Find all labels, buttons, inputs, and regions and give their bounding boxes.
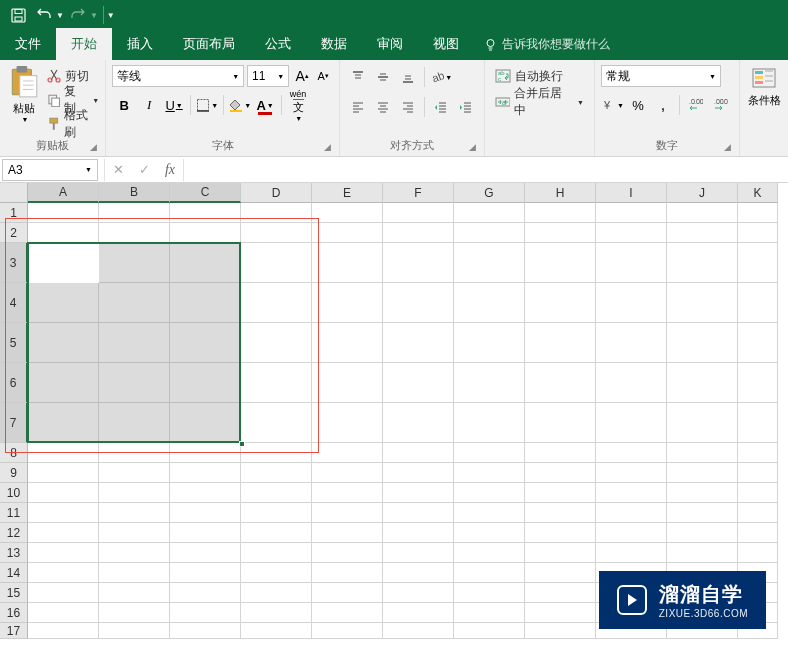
cell[interactable]	[383, 443, 454, 463]
cell[interactable]	[454, 443, 525, 463]
cell[interactable]	[241, 563, 312, 583]
cell[interactable]	[312, 203, 383, 223]
column-header[interactable]: C	[170, 183, 241, 203]
tab-page-layout[interactable]: 页面布局	[168, 28, 250, 60]
cell[interactable]	[28, 403, 99, 443]
cell[interactable]	[383, 623, 454, 639]
cell[interactable]	[383, 543, 454, 563]
cell[interactable]	[383, 203, 454, 223]
name-box[interactable]: A3▼	[2, 159, 98, 181]
alignment-launcher-icon[interactable]: ◢	[469, 140, 476, 154]
decrease-decimal-button[interactable]: .00.0	[709, 93, 733, 117]
cell[interactable]	[596, 223, 667, 243]
cell[interactable]	[454, 523, 525, 543]
cell[interactable]	[738, 283, 778, 323]
paste-button[interactable]: 粘贴 ▼	[9, 63, 39, 123]
wrap-text-button[interactable]: abc 自动换行	[491, 65, 588, 87]
cell[interactable]	[99, 483, 170, 503]
cell[interactable]	[28, 323, 99, 363]
cell[interactable]	[454, 223, 525, 243]
cell[interactable]	[28, 363, 99, 403]
select-all-corner[interactable]	[0, 183, 28, 203]
cell[interactable]	[596, 523, 667, 543]
cell[interactable]	[170, 563, 241, 583]
cell[interactable]	[525, 583, 596, 603]
cell[interactable]	[170, 623, 241, 639]
cell[interactable]	[525, 403, 596, 443]
cell[interactable]	[383, 563, 454, 583]
cell[interactable]	[525, 503, 596, 523]
column-header[interactable]: B	[99, 183, 170, 203]
cell[interactable]	[170, 523, 241, 543]
cell[interactable]	[170, 403, 241, 443]
cell[interactable]	[667, 203, 738, 223]
cell[interactable]	[28, 223, 99, 243]
row-header[interactable]: 4	[0, 283, 28, 323]
row-header[interactable]: 5	[0, 323, 28, 363]
cell[interactable]	[241, 403, 312, 443]
cell[interactable]	[383, 463, 454, 483]
cell[interactable]	[525, 543, 596, 563]
cell[interactable]	[738, 403, 778, 443]
cell[interactable]	[28, 603, 99, 623]
font-name-dropdown[interactable]: 等线▼	[112, 65, 244, 87]
cell[interactable]	[241, 363, 312, 403]
row-header[interactable]: 8	[0, 443, 28, 463]
cell[interactable]	[241, 503, 312, 523]
row-header[interactable]: 7	[0, 403, 28, 443]
row-header[interactable]: 17	[0, 623, 28, 639]
cell[interactable]	[241, 523, 312, 543]
cell[interactable]	[525, 443, 596, 463]
number-launcher-icon[interactable]: ◢	[724, 140, 731, 154]
cell[interactable]	[241, 203, 312, 223]
phonetic-button[interactable]: wén文▼	[286, 93, 310, 117]
cell[interactable]	[99, 583, 170, 603]
cell[interactable]	[738, 243, 778, 283]
cell[interactable]	[170, 603, 241, 623]
tab-data[interactable]: 数据	[306, 28, 362, 60]
underline-button[interactable]: U▼	[162, 93, 186, 117]
cell[interactable]	[383, 223, 454, 243]
cell[interactable]	[738, 223, 778, 243]
italic-button[interactable]: I	[137, 93, 161, 117]
cell[interactable]	[738, 363, 778, 403]
cell[interactable]	[525, 223, 596, 243]
format-painter-button[interactable]: 格式刷	[47, 113, 99, 135]
row-header[interactable]: 9	[0, 463, 28, 483]
cell[interactable]	[667, 523, 738, 543]
column-header[interactable]: H	[525, 183, 596, 203]
cell[interactable]	[241, 603, 312, 623]
cell[interactable]	[454, 583, 525, 603]
cell[interactable]	[312, 603, 383, 623]
cell[interactable]	[525, 323, 596, 363]
cell[interactable]	[738, 483, 778, 503]
cell[interactable]	[170, 203, 241, 223]
cell[interactable]	[596, 283, 667, 323]
cell[interactable]	[383, 403, 454, 443]
cell[interactable]	[738, 323, 778, 363]
cell[interactable]	[525, 203, 596, 223]
cell[interactable]	[596, 463, 667, 483]
cell[interactable]	[241, 323, 312, 363]
cell[interactable]	[28, 583, 99, 603]
tab-home[interactable]: 开始	[56, 28, 112, 60]
column-header[interactable]: E	[312, 183, 383, 203]
cell[interactable]	[667, 243, 738, 283]
cell[interactable]	[312, 283, 383, 323]
column-header[interactable]: A	[28, 183, 99, 203]
cell[interactable]	[99, 463, 170, 483]
cell[interactable]	[596, 443, 667, 463]
cell[interactable]	[312, 523, 383, 543]
cell[interactable]	[383, 323, 454, 363]
cell[interactable]	[667, 283, 738, 323]
align-right-button[interactable]	[396, 95, 420, 119]
cell[interactable]	[170, 583, 241, 603]
cell[interactable]	[99, 203, 170, 223]
cell[interactable]	[525, 523, 596, 543]
cell[interactable]	[312, 583, 383, 603]
cell[interactable]	[312, 563, 383, 583]
cell[interactable]	[667, 443, 738, 463]
font-size-dropdown[interactable]: 11▼	[247, 65, 289, 87]
cell[interactable]	[667, 543, 738, 563]
border-button[interactable]: ▼	[195, 93, 219, 117]
